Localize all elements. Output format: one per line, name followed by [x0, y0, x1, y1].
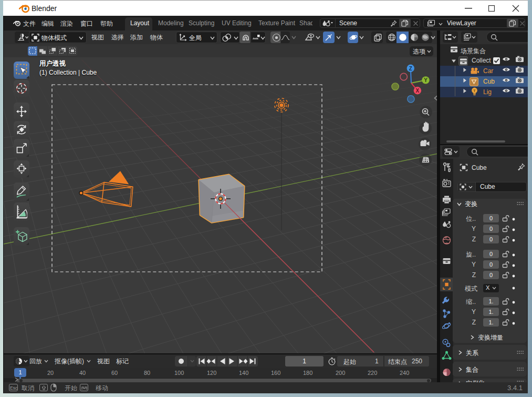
svg-text:Z: Z: [409, 66, 412, 72]
svg-text:X: X: [416, 88, 420, 94]
svg-text:Y: Y: [424, 77, 427, 83]
